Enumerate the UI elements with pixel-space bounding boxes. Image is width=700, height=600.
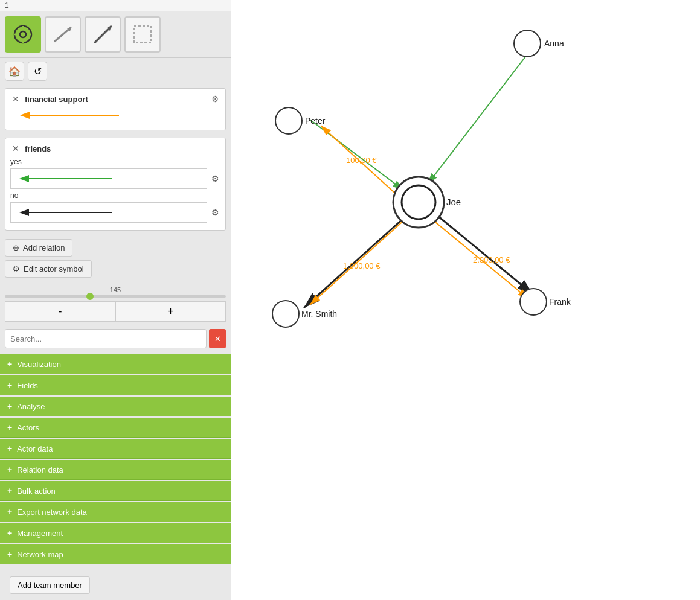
relation-financial-header: ✕ financial support ⚙ (10, 94, 220, 104)
menu-item-bulk-action[interactable]: + Bulk action (0, 481, 231, 501)
friends-yes-arrow-svg (16, 171, 124, 186)
label-mrsmith: 1.000,00 € (343, 261, 381, 270)
relation-friends-panel: ✕ friends yes ⚙ no (5, 138, 226, 231)
search-area: ✕ (0, 325, 231, 352)
toolbar (0, 11, 231, 58)
yes-label: yes (10, 158, 220, 166)
add-team-member-button[interactable]: Add team member (10, 576, 90, 594)
friends-yes-gear[interactable]: ⚙ (210, 173, 220, 184)
financial-arrow-svg (10, 108, 143, 123)
menu-section: + Visualization + Fields + Analyse + Act… (0, 352, 231, 567)
anna-label: Anna (544, 39, 564, 48)
menu-item-actors[interactable]: + Actors (0, 418, 231, 438)
plus-icon-6: + (7, 486, 12, 496)
double-line-icon (92, 24, 114, 45)
add-icon: ⊕ (13, 243, 19, 252)
plus-icon-9: + (7, 549, 12, 559)
tool-box-button[interactable] (124, 16, 161, 53)
joe-to-frank-black (431, 210, 533, 295)
relation-financial-close[interactable]: ✕ (10, 94, 21, 104)
peter-circle[interactable] (275, 107, 302, 134)
joe-to-mrsmith-black (304, 211, 411, 308)
joe-inner-circle[interactable] (402, 185, 435, 219)
joe-to-mrsmith-orange (310, 208, 417, 305)
menu-item-actor-data[interactable]: + Actor data (0, 439, 231, 459)
friends-no-gear[interactable]: ⚙ (210, 207, 220, 218)
friends-no-arrow-container (10, 202, 207, 223)
search-input[interactable] (5, 329, 207, 348)
menu-item-export-network-data[interactable]: + Export network data (0, 502, 231, 522)
menu-item-analyse[interactable]: + Analyse (0, 397, 231, 416)
home-button[interactable]: 🏠 (5, 62, 24, 81)
menu-item-fields[interactable]: + Fields (0, 375, 231, 395)
slider-thumb[interactable] (86, 293, 94, 300)
svg-rect-9 (134, 26, 151, 43)
menu-item-relation-data[interactable]: + Relation data (0, 460, 231, 480)
network-svg[interactable]: 100,00 € 1.000,00 € 2.000,00 € Peter Ann… (231, 0, 700, 600)
relation-financial-panel: ✕ financial support ⚙ (5, 88, 226, 130)
mrsmith-label: Mr. Smith (301, 309, 337, 319)
edit-actor-symbol-label: Edit actor symbol (24, 264, 84, 273)
menu-item-visualization[interactable]: + Visualization (0, 354, 231, 374)
plus-icon-8: + (7, 528, 12, 538)
plus-icon-1: + (7, 380, 12, 390)
add-team-area: Add team member (0, 567, 231, 600)
frank-label: Frank (549, 297, 571, 307)
zoom-minus-button[interactable]: - (5, 301, 115, 322)
action-buttons: ⊕ Add relation ⚙ Edit actor symbol (0, 234, 231, 282)
relation-friends-close[interactable]: ✕ (10, 143, 21, 154)
anna-to-joe-green (428, 54, 527, 184)
refresh-button[interactable]: ↺ (28, 62, 47, 81)
select-icon (12, 24, 34, 45)
zoom-plus-button[interactable]: + (115, 301, 226, 322)
menu-label-8: Management (17, 529, 63, 538)
main-canvas: 100,00 € 1.000,00 € 2.000,00 € Peter Ann… (231, 0, 700, 600)
plus-icon-5: + (7, 465, 12, 474)
menu-label-1: Fields (17, 381, 38, 390)
edit-actor-symbol-button[interactable]: ⚙ Edit actor symbol (5, 260, 92, 278)
anna-circle[interactable] (514, 30, 541, 57)
friends-yes-arrow-container (10, 168, 207, 189)
line-icon (52, 24, 74, 45)
label-peter-joe: 100,00 € (346, 156, 377, 165)
add-relation-button[interactable]: ⊕ Add relation (5, 239, 72, 257)
menu-label-5: Relation data (17, 465, 63, 474)
tool-double-line-button[interactable] (85, 16, 121, 53)
plus-icon-4: + (7, 444, 12, 453)
friends-no-arrow-svg (16, 205, 124, 220)
tool-line-button[interactable] (45, 16, 81, 53)
friends-yes-arrow-row: ⚙ (10, 168, 220, 189)
slider-area: 145 - + (0, 282, 231, 325)
menu-item-management[interactable]: + Management (0, 523, 231, 543)
slider-value: 145 (5, 286, 226, 293)
menu-label-4: Actor data (17, 444, 53, 453)
menu-label-0: Visualization (17, 360, 61, 369)
add-relation-label: Add relation (23, 243, 65, 252)
label-frank: 2.000,00 € (473, 255, 510, 264)
joe-label: Joe (446, 197, 461, 207)
clear-icon: ✕ (214, 334, 221, 343)
plus-icon-2: + (7, 401, 12, 411)
plus-icon-7: + (7, 507, 12, 517)
plus-icon-0: + (7, 359, 12, 369)
edit-icon: ⚙ (13, 264, 20, 273)
menu-label-9: Network map (17, 550, 63, 559)
top-bar: 1 (0, 0, 231, 11)
peter-label: Peter (305, 116, 326, 126)
sidebar: 1 (0, 0, 231, 600)
search-clear-button[interactable]: ✕ (209, 329, 226, 348)
menu-label-6: Bulk action (17, 487, 56, 496)
mrsmith-circle[interactable] (272, 301, 299, 327)
relation-financial-gear[interactable]: ⚙ (210, 94, 220, 104)
tool-select-button[interactable] (5, 16, 41, 53)
box-icon (132, 24, 153, 45)
frank-circle[interactable] (520, 289, 547, 315)
menu-label-2: Analyse (17, 402, 45, 411)
menu-item-network-map[interactable]: + Network map (0, 544, 231, 564)
no-label: no (10, 191, 220, 200)
menu-label-3: Actors (17, 423, 39, 432)
peter-to-joe-green (310, 120, 403, 190)
slider-track[interactable] (5, 295, 226, 298)
nav-icons: 🏠 ↺ (0, 58, 231, 85)
zoom-controls: - + (5, 301, 226, 322)
